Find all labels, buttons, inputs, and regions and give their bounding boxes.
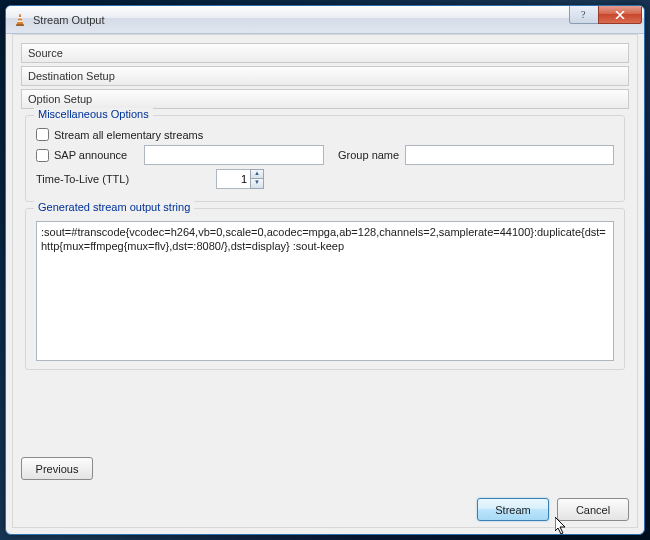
misc-options-group: Miscellaneous Options Stream all element… [25, 115, 625, 202]
close-button[interactable] [598, 6, 642, 24]
ttl-up-button[interactable]: ▲ [250, 169, 264, 179]
window-controls: ? [570, 6, 642, 24]
window-title: Stream Output [33, 14, 105, 26]
svg-marker-0 [17, 14, 23, 25]
ttl-label: Time-To-Live (TTL) [36, 173, 216, 185]
help-button[interactable]: ? [569, 6, 599, 24]
dialog-window: Stream Output ? Source Destination Setup… [5, 5, 645, 535]
generated-output-title: Generated stream output string [34, 201, 194, 213]
svg-rect-1 [18, 17, 22, 18]
section-option[interactable]: Option Setup [21, 89, 629, 109]
section-source[interactable]: Source [21, 43, 629, 63]
group-name-label: Group name [338, 149, 399, 161]
generated-output-textarea[interactable]: :sout=#transcode{vcodec=h264,vb=0,scale=… [36, 221, 614, 361]
stream-button[interactable]: Stream [477, 498, 549, 521]
svg-rect-2 [17, 20, 22, 21]
cancel-button[interactable]: Cancel [557, 498, 629, 521]
ttl-down-button[interactable]: ▼ [250, 179, 264, 189]
ttl-input[interactable] [216, 169, 250, 189]
group-name-input[interactable] [405, 145, 614, 165]
section-destination[interactable]: Destination Setup [21, 66, 629, 86]
stream-all-label: Stream all elementary streams [54, 129, 203, 141]
svg-text:?: ? [581, 10, 586, 20]
titlebar[interactable]: Stream Output ? [6, 6, 644, 34]
misc-options-title: Miscellaneous Options [34, 108, 153, 120]
generated-output-group: Generated stream output string :sout=#tr… [25, 208, 625, 370]
sap-label: SAP announce [54, 149, 144, 161]
vlc-cone-icon [12, 12, 28, 28]
sap-checkbox[interactable] [36, 149, 49, 162]
svg-rect-3 [16, 24, 24, 25]
client-area: Source Destination Setup Option Setup Mi… [12, 34, 638, 528]
ttl-spinner: ▲ ▼ [216, 169, 264, 189]
previous-button[interactable]: Previous [21, 457, 93, 480]
stream-all-checkbox[interactable] [36, 128, 49, 141]
sap-input[interactable] [144, 145, 324, 165]
dialog-buttons: Previous Stream Cancel [21, 457, 629, 521]
